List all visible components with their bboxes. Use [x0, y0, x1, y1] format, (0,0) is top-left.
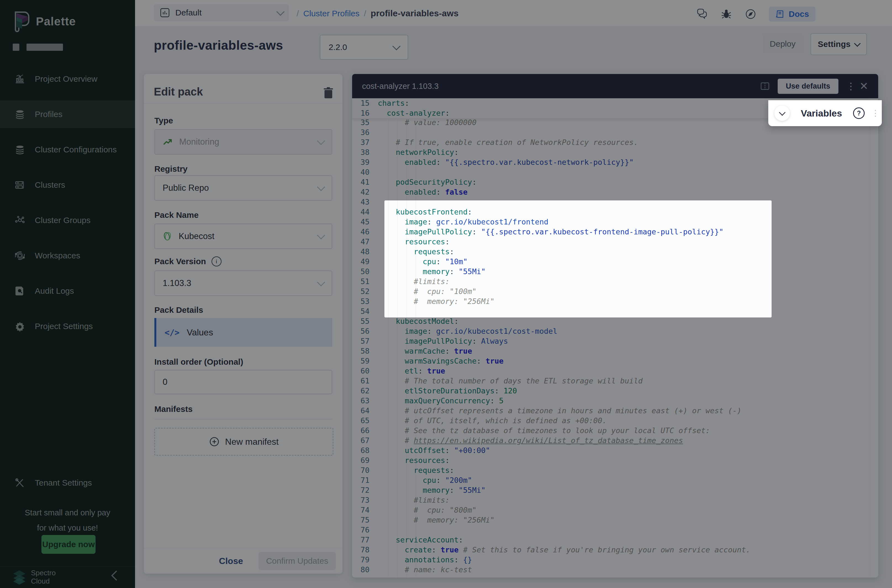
variables-collapse-button[interactable] [774, 105, 790, 121]
deploy-button[interactable]: Deploy [763, 35, 802, 53]
code-text: serviceAccount: [378, 535, 463, 545]
edit-pack-panel: Edit pack Type Monitoring Registry Publi… [144, 74, 342, 574]
code-line-39[interactable]: 39 enabled: "{{.spectro.var.kubecost-net… [352, 158, 870, 167]
project-icon [159, 7, 170, 18]
delete-pack-icon[interactable] [323, 87, 334, 99]
line-number: 46 [352, 227, 378, 237]
code-text: # See the tz database of timezones to lo… [378, 426, 710, 436]
sidebar-item-workspaces[interactable]: Workspaces [0, 242, 135, 269]
settings-button[interactable]: Settings [811, 33, 867, 55]
breadcrumb-cluster-profiles[interactable]: Cluster Profiles [303, 9, 359, 18]
version-select[interactable]: 2.2.0 [320, 35, 408, 60]
code-line-64[interactable]: 64 # utcOffset represents a timezone in … [352, 406, 870, 416]
line-number: 42 [352, 187, 378, 197]
code-line-56[interactable]: 56 image: gcr.io/kubecost1/cost-model [352, 326, 870, 336]
explore-compass-icon[interactable] [745, 8, 757, 20]
code-line-60[interactable]: 60 etl: true [352, 366, 870, 376]
use-defaults-button[interactable]: Use defaults [778, 79, 839, 94]
line-number: 52 [352, 286, 378, 297]
code-text: create: true # Set this to false if you'… [378, 545, 750, 555]
code-line-38[interactable]: 38 networkPolicy: [352, 147, 870, 158]
editor-close-icon[interactable]: ✕ [859, 80, 868, 92]
code-line-70[interactable]: 70 requests: [352, 465, 870, 476]
code-line-62[interactable]: 62 etlStoreDurationDays: 120 [352, 386, 870, 396]
bug-report-icon[interactable] [720, 8, 732, 20]
code-line-55[interactable]: 55 kubecostModel: [352, 316, 870, 326]
code-text: etl: true [378, 366, 445, 376]
line-number: 49 [352, 257, 378, 267]
code-line-58[interactable]: 58 warmCache: true [352, 346, 870, 356]
version-value: 2.2.0 [329, 42, 347, 52]
pack-name-select[interactable]: Kubecost [155, 224, 332, 249]
pack-details-values-item[interactable]: </> Values [155, 318, 332, 347]
registry-select[interactable]: Public Repo [155, 175, 332, 201]
new-manifest-button[interactable]: New manifest [155, 428, 333, 456]
edit-pack-title: Edit pack [154, 86, 203, 98]
code-line-59[interactable]: 59 warmSavingsCache: true [352, 356, 870, 366]
divider [144, 104, 342, 104]
confirm-updates-button[interactable]: Confirm Updates [258, 552, 336, 570]
close-button[interactable]: Close [219, 556, 243, 566]
line-number: 45 [352, 217, 378, 227]
line-number: 77 [352, 535, 378, 545]
sidebar-item-tenant-settings[interactable]: Tenant Settings [0, 469, 135, 496]
docs-button[interactable]: Docs [769, 7, 815, 21]
code-line-61[interactable]: 61 # The total number of days the ETL st… [352, 376, 870, 386]
install-order-input[interactable]: 0 [155, 370, 332, 394]
code-lines[interactable]: 35 # value: 10000003637 # If true, enabl… [352, 118, 870, 575]
code-line-41[interactable]: 41 podSecurityPolicy: [352, 177, 870, 187]
type-label: Type [155, 116, 173, 125]
project-switcher[interactable]: Default [154, 4, 289, 21]
pack-version-select[interactable]: 1.103.3 [155, 270, 332, 296]
code-line-76[interactable]: 76 [352, 525, 870, 535]
top-bar: Default / Cluster Profiles / profile-var… [135, 0, 892, 27]
pack-name-label: Pack Name [155, 210, 198, 220]
code-line-69[interactable]: 69 resources: [352, 456, 870, 465]
line-number: 78 [352, 545, 378, 555]
code-line-73[interactable]: 73 #limits: [352, 495, 870, 505]
line-number: 75 [352, 515, 378, 525]
code-text: enabled: false [378, 187, 467, 197]
code-text: # of UTC, itself, which is defined as +0… [378, 416, 607, 426]
code-line-57[interactable]: 57 imagePullPolicy: Always [352, 336, 870, 346]
sidebar-item-cluster-groups[interactable]: Cluster Groups [0, 207, 135, 234]
sidebar-item-profiles[interactable]: Profiles [0, 100, 135, 128]
code-line-63[interactable]: 63 maxQueryConcurrency: 5 [352, 396, 870, 406]
code-line-80[interactable]: 80 # name: kc-test [352, 565, 870, 575]
code-line-75[interactable]: 75 # memory: "256Mi" [352, 515, 870, 525]
code-line-74[interactable]: 74 # cpu: "800m" [352, 505, 870, 515]
sidebar-item-project-overview[interactable]: Project Overview [0, 65, 135, 93]
code-line-42[interactable]: 42 enabled: false [352, 187, 870, 197]
line-number: 74 [352, 505, 378, 515]
variables-menu-icon[interactable]: ⋮ [871, 111, 876, 116]
code-text: # memory: "256Mi" [378, 515, 495, 525]
code-line-79[interactable]: 79 annotations: {} [352, 555, 870, 565]
code-line-66[interactable]: 66 # See the tz database of timezones to… [352, 426, 870, 436]
code-line-36[interactable]: 36 [352, 128, 870, 138]
info-icon[interactable]: i [212, 256, 221, 266]
editor-menu-icon[interactable]: ⋮ [846, 83, 852, 89]
line-number: 16 [352, 108, 378, 118]
upgrade-now-button[interactable]: Upgrade now [41, 535, 96, 554]
line-number: 40 [352, 167, 378, 177]
help-icon[interactable]: ? [853, 107, 865, 119]
sidebar-item-audit-logs[interactable]: Audit Logs [0, 277, 135, 305]
feedback-chat-icon[interactable] [696, 8, 708, 20]
book-icon [775, 9, 785, 19]
breadcrumb-current: profile-variables-aws [371, 8, 458, 18]
code-line-37[interactable]: 37 # If true, enable creation of Network… [352, 138, 870, 147]
code-line-77[interactable]: 77 serviceAccount: [352, 535, 870, 545]
scrollbar[interactable] [870, 99, 870, 576]
sidebar-collapse-icon[interactable] [111, 571, 122, 581]
code-line-72[interactable]: 72 memory: "55Mi" [352, 485, 870, 495]
sidebar-item-project-settings[interactable]: Project Settings [0, 312, 135, 340]
code-line-65[interactable]: 65 # of UTC, itself, which is defined as… [352, 416, 870, 426]
sidebar-item-cluster-configurations[interactable]: Cluster Configurations [0, 136, 135, 164]
split-view-icon[interactable] [760, 81, 770, 91]
code-line-71[interactable]: 71 cpu: "200m" [352, 476, 870, 485]
sidebar-item-clusters[interactable]: Clusters [0, 171, 135, 199]
code-line-40[interactable]: 40 [352, 167, 870, 177]
code-line-78[interactable]: 78 create: true # Set this to false if y… [352, 545, 870, 555]
code-line-68[interactable]: 68 utcOffset: "+00:00" [352, 446, 870, 456]
code-line-67[interactable]: 67 # https://en.wikipedia.org/wiki/List_… [352, 436, 870, 446]
